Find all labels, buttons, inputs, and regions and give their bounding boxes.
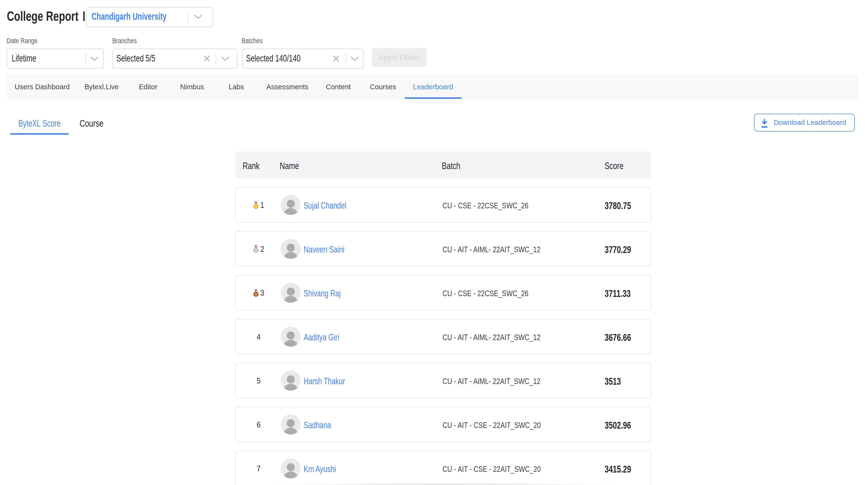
svg-text:2: 2	[255, 249, 256, 252]
svg-text:3: 3	[255, 292, 256, 296]
svg-text:1: 1	[255, 205, 256, 208]
